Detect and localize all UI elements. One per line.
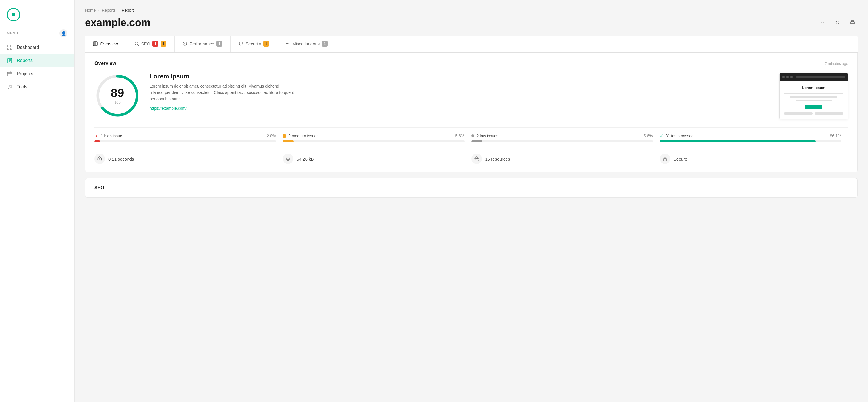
tab-performance[interactable]: Performance 1 [175, 36, 230, 52]
issue-high-fill [94, 141, 100, 142]
security-badge: 1 [263, 41, 269, 47]
circle-icon [471, 134, 474, 137]
issue-passed-label: ✓ 31 tests passed [660, 133, 694, 138]
security-tab-icon [239, 41, 243, 46]
issue-medium-fill [283, 141, 294, 142]
reports-icon [7, 58, 12, 63]
issue-low: 2 low issues 5.6% [471, 133, 660, 142]
preview-footer-1 [784, 112, 813, 115]
svg-point-24 [476, 157, 477, 158]
svg-rect-2 [7, 48, 9, 50]
svg-point-10 [854, 22, 854, 23]
card-timestamp: 7 minutes ago [825, 61, 848, 66]
stat-time-label: 0.11 seconds [108, 156, 134, 161]
issue-high-header: ▲ 1 high issue 2.8% [94, 133, 276, 138]
menu-label: MENU [7, 31, 18, 35]
tools-icon [7, 84, 12, 90]
timer-icon [94, 154, 105, 164]
preview-content: Lorem Ipsum [780, 81, 848, 119]
breadcrumb-reports[interactable]: Reports [102, 8, 116, 12]
preview-dot-1 [782, 76, 785, 78]
user-avatar-icon[interactable]: 👤 [59, 29, 67, 37]
issue-low-bar [471, 141, 653, 142]
projects-icon [7, 71, 12, 77]
preview-dot-2 [786, 76, 789, 78]
svg-point-20 [288, 43, 289, 44]
sidebar-item-reports[interactable]: Reports [0, 54, 74, 67]
resources-icon [471, 154, 482, 164]
preview-browser-bar [780, 73, 848, 81]
tab-overview[interactable]: Overview [85, 36, 126, 52]
svg-point-18 [286, 43, 287, 44]
score-total: 100 [111, 100, 124, 104]
sidebar-item-reports-label: Reports [17, 58, 33, 63]
breadcrumb-home[interactable]: Home [85, 8, 96, 12]
card-title: Overview [94, 61, 116, 66]
preview-footer-2 [815, 112, 843, 115]
issue-low-header: 2 low issues 5.6% [471, 133, 653, 138]
more-options-button[interactable]: ··· [816, 18, 828, 28]
refresh-button[interactable]: ↻ [833, 18, 842, 27]
tab-bar: Overview SEO 1 1 Performance 1 Securit [85, 36, 858, 53]
logo-inner [11, 12, 16, 17]
stat-security: Secure [660, 154, 848, 164]
issue-medium-label: 2 medium issues [283, 133, 318, 138]
svg-rect-0 [7, 45, 9, 47]
sidebar-item-tools[interactable]: Tools [0, 81, 74, 94]
svg-line-16 [137, 44, 139, 45]
check-icon: ✓ [660, 133, 663, 138]
issue-high-label: ▲ 1 high issue [94, 133, 122, 138]
svg-point-15 [135, 42, 138, 45]
seo-tab-icon [134, 41, 139, 46]
issue-low-label: 2 low issues [471, 133, 498, 138]
svg-point-25 [475, 158, 476, 159]
menu-header: MENU 👤 [0, 27, 74, 41]
seo-badge-yellow: 1 [160, 41, 166, 47]
score-text: 89 100 [111, 87, 124, 104]
preview-card: Lorem Ipsum [779, 73, 848, 119]
tab-security[interactable]: Security 1 [230, 36, 277, 52]
overview-info-url[interactable]: https://example.com/ [150, 106, 187, 111]
svg-point-26 [477, 158, 479, 159]
tab-seo[interactable]: SEO 1 1 [126, 36, 175, 52]
issue-low-fill [471, 141, 483, 142]
performance-badge: 1 [217, 41, 222, 47]
sidebar-item-projects[interactable]: Projects [0, 67, 74, 81]
svg-rect-3 [10, 48, 12, 50]
sidebar: MENU 👤 Dashboard [0, 0, 75, 402]
sidebar-item-dashboard-label: Dashboard [17, 45, 39, 50]
preview-line-2 [790, 96, 838, 98]
svg-rect-8 [7, 72, 12, 76]
dashboard-icon [7, 44, 12, 50]
breadcrumb-sep-1: › [98, 8, 99, 12]
overview-info: Lorem Ipsum Lorem ipsum dolor sit amet, … [150, 73, 770, 111]
triangle-icon: ▲ [94, 133, 98, 138]
issue-medium-bar [283, 141, 464, 142]
preview-cta [805, 105, 823, 109]
issue-high: ▲ 1 high issue 2.8% [94, 133, 283, 142]
overview-tab-icon [93, 41, 98, 46]
issue-medium: 2 medium issues 5.6% [283, 133, 471, 142]
sidebar-nav: Dashboard Reports Project [0, 41, 74, 94]
main-content: Home › Reports › Report example.com ··· … [75, 0, 868, 402]
issue-high-pct: 2.8% [267, 133, 276, 138]
sidebar-item-projects-label: Projects [17, 71, 33, 76]
issue-passed-header: ✓ 31 tests passed 86.1% [660, 133, 841, 138]
stats-row: 0.11 seconds 54.26 kB [94, 148, 848, 164]
miscellaneous-tab-icon [285, 41, 290, 46]
sidebar-item-dashboard[interactable]: Dashboard [0, 41, 74, 54]
svg-point-19 [287, 43, 288, 44]
stat-size-label: 54.26 kB [297, 156, 314, 161]
tab-miscellaneous[interactable]: Miscellaneous 1 [277, 36, 336, 52]
issue-low-pct: 5.6% [644, 133, 653, 138]
overview-info-desc: Lorem ipsum dolor sit amet, consectetur … [150, 83, 299, 102]
stat-security-label: Secure [674, 156, 687, 161]
issue-medium-header: 2 medium issues 5.6% [283, 133, 464, 138]
issues-row: ▲ 1 high issue 2.8% 2 medium issues 5.6% [94, 127, 848, 142]
stat-time: 0.11 seconds [94, 154, 283, 164]
logo [0, 0, 74, 27]
issue-high-bar [94, 141, 276, 142]
tab-performance-label: Performance [189, 41, 214, 46]
print-button[interactable] [847, 19, 858, 27]
score-container: 89 100 [94, 73, 141, 119]
